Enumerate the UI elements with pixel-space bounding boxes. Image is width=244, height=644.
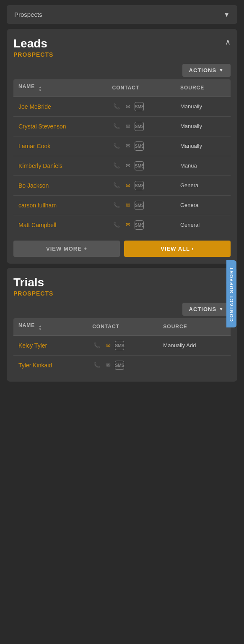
trials-actions-label: ACTIONS [189, 306, 217, 312]
email-icon[interactable]: ✉ [123, 141, 132, 151]
view-more-label: VIEW MORE + [46, 246, 87, 252]
lead-contact-cell: 📞 ✉ SMS [107, 195, 175, 215]
leads-title: Leads [13, 37, 231, 50]
lead-source-cell: Genera [175, 195, 231, 215]
leads-subtitle: PROSPECTS [13, 51, 231, 58]
leads-view-buttons: VIEW MORE + VIEW ALL › [13, 241, 231, 257]
lead-name-cell: carson fullham [13, 195, 107, 215]
lead-source-cell: Manually [175, 136, 231, 156]
table-row[interactable]: Matt Campbell 📞 ✉ SMS General [13, 215, 231, 235]
trial-contact-cell: 📞 ✉ SMS [87, 355, 158, 375]
lead-contact-cell: 📞 ✉ SMS [107, 136, 175, 156]
email-icon[interactable]: ✉ [104, 341, 113, 350]
leads-collapse-button[interactable]: ∧ [225, 37, 231, 47]
trial-source-cell: Manually Add [158, 335, 231, 355]
sms-icon[interactable]: SMS [135, 141, 144, 151]
lead-name-cell: Lamar Cook [13, 136, 107, 156]
phone-icon[interactable]: 📞 [92, 341, 101, 350]
table-row[interactable]: Kelcy Tyler 📞 ✉ SMS Manually Add [13, 335, 231, 355]
leads-actions-button[interactable]: ACTIONS ▼ [182, 64, 231, 77]
contact-support-button[interactable]: CONTACT SUPPORT [226, 260, 236, 327]
email-icon[interactable]: ✉ [123, 161, 132, 170]
view-all-button[interactable]: VIEW ALL › [124, 241, 231, 257]
email-icon[interactable]: ✉ [104, 361, 113, 370]
phone-icon[interactable]: 📞 [112, 122, 121, 131]
lead-contact-cell: 📞 ✉ SMS [107, 156, 175, 175]
phone-icon[interactable]: 📞 [92, 361, 101, 370]
trials-col-header-name: NAME ▲▼ [13, 318, 87, 336]
lead-source-cell: Manually [175, 97, 231, 116]
sms-icon[interactable]: SMS [135, 220, 144, 230]
leads-table: NAME ▲▼ CONTACT SOURCE Joe McBride 📞 ✉ S… [13, 79, 231, 235]
lead-source-cell: General [175, 215, 231, 235]
lead-name-cell: Bo Jackson [13, 175, 107, 195]
table-row[interactable]: Joe McBride 📞 ✉ SMS Manually [13, 97, 231, 116]
lead-contact-cell: 📞 ✉ SMS [107, 175, 175, 195]
col-header-name: NAME ▲▼ [13, 79, 107, 97]
col-header-contact: CONTACT [107, 79, 175, 97]
phone-icon[interactable]: 📞 [112, 141, 121, 151]
trials-col-header-contact: CONTACT [87, 318, 158, 336]
lead-source-cell: Manua [175, 156, 231, 175]
prospects-dropdown[interactable]: Prospects ▼ [7, 5, 237, 24]
phone-icon[interactable]: 📞 [112, 181, 121, 190]
sms-icon[interactable]: SMS [135, 102, 144, 111]
actions-arrow-icon: ▼ [219, 68, 224, 73]
trials-actions-button[interactable]: ACTIONS ▼ [182, 303, 231, 316]
name-sort-icon[interactable]: ▲▼ [39, 86, 42, 92]
phone-icon[interactable]: 📞 [112, 220, 121, 230]
leads-actions-row: ACTIONS ▼ [13, 64, 231, 77]
lead-name-cell: Matt Campbell [13, 215, 107, 235]
lead-contact-cell: 📞 ✉ SMS [107, 215, 175, 235]
lead-name-cell: Crystal Stevenson [13, 116, 107, 136]
trials-actions-arrow-icon: ▼ [219, 306, 224, 312]
table-row[interactable]: carson fullham 📞 ✉ SMS Genera [13, 195, 231, 215]
trials-table: NAME ▲▼ CONTACT SOURCE Kelcy Tyler 📞 ✉ S… [13, 318, 231, 375]
table-row[interactable]: Kimberly Daniels 📞 ✉ SMS Manua [13, 156, 231, 175]
view-more-button[interactable]: VIEW MORE + [13, 241, 120, 257]
sms-icon[interactable]: SMS [135, 161, 144, 170]
table-row[interactable]: Bo Jackson 📞 ✉ SMS Genera [13, 175, 231, 195]
phone-icon[interactable]: 📞 [112, 201, 121, 210]
table-row[interactable]: Crystal Stevenson 📞 ✉ SMS Manually [13, 116, 231, 136]
table-row[interactable]: Tyler Kinkaid 📞 ✉ SMS [13, 355, 231, 375]
col-header-source: SOURCE [175, 79, 231, 97]
dropdown-label: Prospects [14, 11, 42, 18]
sms-icon[interactable]: SMS [135, 201, 144, 210]
trials-subtitle: PROSPECTS [13, 290, 231, 297]
lead-name-cell: Kimberly Daniels [13, 156, 107, 175]
lead-source-cell: Genera [175, 175, 231, 195]
email-icon[interactable]: ✉ [123, 122, 132, 131]
sms-icon[interactable]: SMS [115, 341, 124, 350]
email-icon[interactable]: ✉ [123, 220, 132, 230]
lead-contact-cell: 📞 ✉ SMS [107, 97, 175, 116]
contact-support-wrapper: CONTACT SUPPORT [226, 260, 244, 327]
table-row[interactable]: Lamar Cook 📞 ✉ SMS Manually [13, 136, 231, 156]
sms-icon[interactable]: SMS [115, 361, 124, 370]
trials-title: Trials [13, 276, 231, 289]
table-header-row: NAME ▲▼ CONTACT SOURCE [13, 79, 231, 97]
sms-icon[interactable]: SMS [135, 181, 144, 190]
lead-contact-cell: 📞 ✉ SMS [107, 116, 175, 136]
trials-section: ∧ Trials PROSPECTS ACTIONS ▼ NAME ▲▼ CON… [7, 268, 237, 382]
lead-source-cell: Manually [175, 116, 231, 136]
leads-section: ∧ Leads PROSPECTS ACTIONS ▼ NAME ▲▼ CONT… [7, 29, 237, 264]
trials-name-sort-icon[interactable]: ▲▼ [39, 325, 42, 331]
trial-name-cell: Kelcy Tyler [13, 335, 87, 355]
leads-actions-label: ACTIONS [189, 67, 217, 73]
email-icon[interactable]: ✉ [123, 201, 132, 210]
email-icon[interactable]: ✉ [123, 181, 132, 190]
dropdown-arrow-icon: ▼ [223, 11, 230, 18]
phone-icon[interactable]: 📞 [112, 161, 121, 170]
email-icon[interactable]: ✉ [123, 102, 132, 111]
trial-name-cell: Tyler Kinkaid [13, 355, 87, 375]
contact-support-label: CONTACT SUPPORT [229, 266, 234, 322]
trials-actions-row: ACTIONS ▼ [13, 303, 231, 316]
phone-icon[interactable]: 📞 [112, 102, 121, 111]
trial-contact-cell: 📞 ✉ SMS [87, 335, 158, 355]
lead-name-cell: Joe McBride [13, 97, 107, 116]
trials-col-header-source: SOURCE [158, 318, 231, 336]
sms-icon[interactable]: SMS [135, 122, 144, 131]
view-all-label: VIEW ALL › [161, 246, 194, 252]
trial-source-cell [158, 355, 231, 375]
